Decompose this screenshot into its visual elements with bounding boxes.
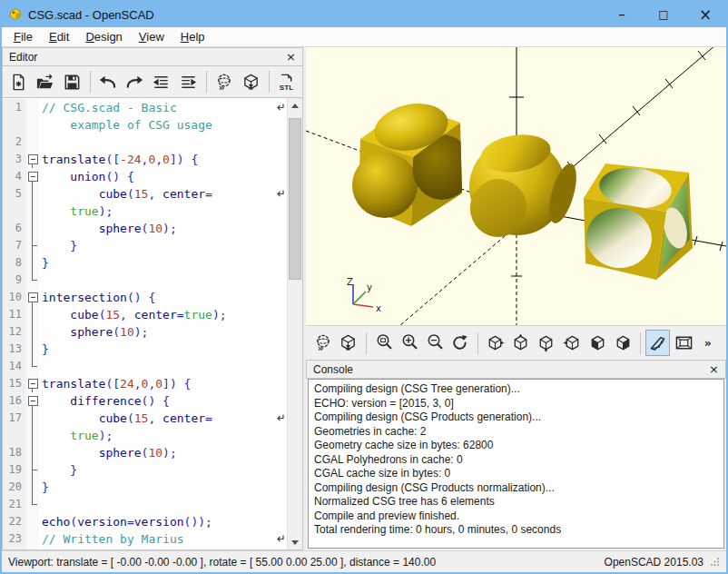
maximize-button[interactable]: □ <box>643 2 684 27</box>
fold-margin <box>26 513 39 530</box>
fold-marker-icon[interactable] <box>26 289 39 306</box>
console-close-icon[interactable]: × <box>709 362 719 376</box>
save-icon <box>63 73 82 92</box>
editor-close-icon[interactable]: × <box>286 50 296 64</box>
scroll-down-icon[interactable] <box>288 535 302 549</box>
code-line-text: sphere(10); <box>39 323 148 341</box>
view-perspective-button[interactable] <box>645 330 670 356</box>
titlebar[interactable]: CSG.scad - OpenSCAD – □ × <box>2 2 726 27</box>
view-left-button[interactable] <box>559 330 584 356</box>
unindent-button[interactable] <box>149 69 175 95</box>
open-button[interactable] <box>33 69 59 95</box>
menu-design[interactable]: Design <box>77 28 130 45</box>
toolbar-separator <box>269 71 270 93</box>
code-line-text: cube(15, center= <box>39 185 212 203</box>
line-number: 13 <box>3 341 26 358</box>
fold-marker-icon[interactable] <box>26 168 39 185</box>
preview-button[interactable]: » <box>310 330 335 356</box>
reset-view-button[interactable] <box>448 330 472 356</box>
render-icon <box>241 73 261 92</box>
console-panel-header[interactable]: Console × <box>306 360 726 379</box>
code-row: 11 cube(15, center=true); <box>3 306 287 323</box>
menu-edit[interactable]: Edit <box>41 28 77 45</box>
render-button[interactable] <box>238 69 264 95</box>
line-number: 3 <box>3 151 26 168</box>
y-axis-label: y <box>367 282 372 292</box>
line-number: 10 <box>3 289 26 306</box>
view-front-button[interactable] <box>585 330 610 356</box>
fold-marker-icon[interactable] <box>26 151 39 168</box>
resize-grip[interactable] <box>710 557 720 567</box>
code-editor[interactable]: 1// CSG.scad - Basic example of CSG usag… <box>2 97 303 550</box>
menu-file[interactable]: File <box>5 28 41 45</box>
console-line: Geometries in cache: 2 <box>314 425 718 440</box>
toolbar-separator <box>640 332 641 354</box>
line-number: 8 <box>3 254 26 272</box>
menu-view[interactable]: View <box>131 28 172 45</box>
console-line: Geometry cache size in bytes: 62800 <box>314 439 718 453</box>
overflow-button[interactable]: » <box>697 330 722 356</box>
render-button[interactable] <box>336 330 360 356</box>
redo-button[interactable] <box>122 69 148 95</box>
zoom-out-button[interactable] <box>422 330 447 356</box>
view-top-button[interactable] <box>508 330 533 356</box>
fold-marker-icon[interactable] <box>26 375 39 392</box>
fold-marker-icon[interactable] <box>26 392 39 410</box>
close-button[interactable]: × <box>684 2 726 27</box>
fold-margin <box>26 203 39 220</box>
code-row: 10intersection() { <box>3 289 287 306</box>
export-stl-button[interactable]: STL <box>274 69 300 95</box>
editor-panel-header[interactable]: Editor × <box>2 47 303 66</box>
code-line-text: // CSG.scad - Basic <box>39 99 177 116</box>
code-line-text: } <box>39 237 77 254</box>
fold-margin <box>26 358 39 375</box>
x-axis-label: x <box>376 303 381 313</box>
zoom-in-button[interactable] <box>397 330 421 356</box>
code-line-text <box>39 134 42 151</box>
zoom-out-icon <box>425 333 444 352</box>
code-line-text: sphere(10); <box>39 220 177 237</box>
save-button[interactable] <box>59 69 85 95</box>
code-line-text: } <box>39 479 49 496</box>
wrap-marker-icon <box>275 410 287 427</box>
console-log[interactable]: Compiling design (CSG Tree generation)..… <box>308 379 724 549</box>
code-row: Kintel <box>3 548 287 549</box>
code-line-text: cube(15, center=true); <box>39 306 227 323</box>
code-line-text <box>39 272 42 289</box>
unindent-icon <box>152 73 171 92</box>
view-orthogonal-button[interactable] <box>671 330 695 356</box>
editor-scrollbar[interactable] <box>287 98 302 549</box>
view-back-button[interactable] <box>611 330 635 356</box>
viewport-toolbar: »» <box>306 325 726 360</box>
line-number: 21 <box>3 496 26 513</box>
new-file-button[interactable] <box>5 69 32 95</box>
menu-help[interactable]: Help <box>172 28 213 45</box>
scroll-up-icon[interactable] <box>288 98 302 113</box>
fold-margin <box>26 461 39 479</box>
open-icon <box>35 73 54 92</box>
line-number: 12 <box>3 323 26 341</box>
line-number: 19 <box>3 461 26 479</box>
code-rows[interactable]: 1// CSG.scad - Basic example of CSG usag… <box>3 98 287 549</box>
editor-toolbar: »STL <box>2 66 303 97</box>
view-left-icon <box>563 333 582 352</box>
scrollbar-thumb[interactable] <box>289 118 301 280</box>
code-line-text: translate([24,0,0]) { <box>39 375 191 392</box>
view-front-icon <box>588 333 607 352</box>
preview-button[interactable]: » <box>212 69 238 95</box>
indent-button[interactable] <box>175 69 202 95</box>
code-row: 19 } <box>3 461 287 479</box>
minimize-button[interactable]: – <box>601 2 643 27</box>
view-right-button[interactable] <box>483 330 507 356</box>
console-line: Compiling design (CSG Tree generation)..… <box>314 382 718 397</box>
fold-margin <box>26 116 39 134</box>
3d-viewport[interactable]: Z y x <box>306 47 726 325</box>
wrap-marker-icon <box>275 185 287 203</box>
code-line-text: example of CSG usage <box>39 116 212 134</box>
zoom-all-button[interactable] <box>371 330 396 356</box>
view-bottom-button[interactable] <box>534 330 558 356</box>
viewport-status-text: Viewport: translate = [ -0.00 -0.00 -0.0… <box>8 556 436 569</box>
statusbar: Viewport: translate = [ -0.00 -0.00 -0.0… <box>2 550 726 572</box>
undo-button[interactable] <box>95 69 122 95</box>
console-line: CGAL Polyhedrons in cache: 0 <box>314 453 718 468</box>
